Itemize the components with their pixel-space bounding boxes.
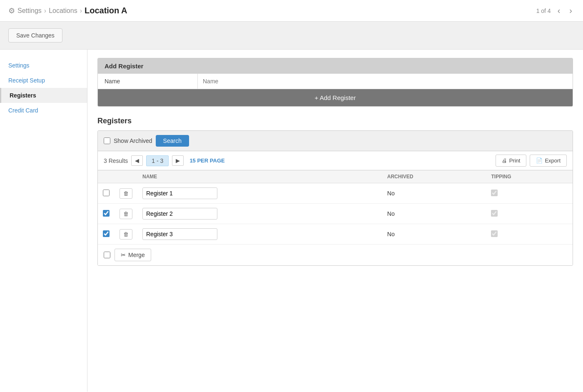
table-body: 🗑 No bbox=[98, 183, 573, 245]
row2-tipping-checkbox[interactable] bbox=[491, 210, 498, 217]
name-form-row: Name bbox=[98, 74, 573, 89]
next-page-button[interactable]: ▶ bbox=[172, 155, 184, 166]
row2-tipping-cell bbox=[486, 204, 573, 224]
per-page-link[interactable]: 15 PER PAGE bbox=[189, 157, 224, 164]
row1-tipping-checkbox[interactable] bbox=[491, 190, 498, 196]
toolbar: Save Changes bbox=[0, 22, 583, 50]
registers-table: NAME ARCHIVED TIPPING 🗑 bbox=[98, 170, 573, 244]
export-button[interactable]: 📄 Export bbox=[530, 155, 567, 167]
row2-select-cell bbox=[98, 204, 115, 224]
sidebar-item-credit-card[interactable]: Credit Card bbox=[0, 103, 87, 118]
row1-archived-cell: No bbox=[382, 183, 486, 204]
row2-delete-cell: 🗑 bbox=[115, 204, 137, 224]
add-register-panel-body: Name + Add Register bbox=[98, 74, 573, 106]
filter-bar: Show Archived Search bbox=[98, 131, 573, 151]
sidebar-item-settings[interactable]: Settings bbox=[0, 58, 87, 73]
page-current: 1 - 3 bbox=[146, 155, 169, 166]
row2-delete-button[interactable]: 🗑 bbox=[120, 209, 132, 219]
col-archived: ARCHIVED bbox=[382, 170, 486, 183]
sidebar-item-registers[interactable]: Registers bbox=[0, 88, 87, 103]
col-delete bbox=[115, 170, 137, 183]
row2-name-cell bbox=[137, 204, 382, 224]
sidebar: Settings Receipt Setup Registers Credit … bbox=[0, 50, 87, 392]
row3-select-cell bbox=[98, 224, 115, 245]
merge-button[interactable]: ✂ Merge bbox=[115, 249, 151, 261]
breadcrumb-current: Location A bbox=[85, 6, 127, 15]
export-label: Export bbox=[545, 157, 561, 164]
row3-delete-cell: 🗑 bbox=[115, 224, 137, 245]
save-changes-button[interactable]: Save Changes bbox=[8, 28, 62, 42]
next-location-button[interactable]: › bbox=[567, 5, 575, 16]
row1-delete-button[interactable]: 🗑 bbox=[120, 188, 132, 199]
name-label: Name bbox=[98, 74, 198, 89]
row1-name-cell bbox=[137, 183, 382, 204]
row3-name-input[interactable] bbox=[142, 228, 217, 240]
breadcrumb: ⚙ Settings › Locations › Location A bbox=[8, 6, 127, 15]
row3-tipping-cell bbox=[486, 224, 573, 245]
breadcrumb-settings[interactable]: Settings bbox=[17, 7, 42, 15]
row1-name-input[interactable] bbox=[142, 187, 217, 199]
show-archived-checkbox[interactable] bbox=[104, 137, 110, 144]
row1-checkbox[interactable] bbox=[103, 190, 110, 196]
breadcrumb-sep-1: › bbox=[44, 7, 46, 15]
table-header: NAME ARCHIVED TIPPING bbox=[98, 170, 573, 183]
main-content: Add Register Name + Add Register Registe… bbox=[87, 50, 583, 392]
col-select bbox=[98, 170, 115, 183]
row1-select-cell bbox=[98, 183, 115, 204]
row3-archived-cell: No bbox=[382, 224, 486, 245]
prev-location-button[interactable]: ‹ bbox=[555, 5, 563, 16]
col-name: NAME bbox=[137, 170, 382, 183]
footer-select-all-checkbox[interactable] bbox=[104, 252, 110, 258]
row1-tipping-cell bbox=[486, 183, 573, 204]
row2-archived-cell: No bbox=[382, 204, 486, 224]
add-register-button[interactable]: + Add Register bbox=[98, 89, 573, 106]
table-row: 🗑 No bbox=[98, 204, 573, 224]
table-row: 🗑 No bbox=[98, 224, 573, 245]
search-button[interactable]: Search bbox=[156, 135, 189, 147]
sidebar-item-receipt-setup[interactable]: Receipt Setup bbox=[0, 73, 87, 88]
pagination-right: 🖨 Print 📄 Export bbox=[496, 155, 567, 167]
page-header: ⚙ Settings › Locations › Location A 1 of… bbox=[0, 0, 583, 22]
header-pagination: 1 of 4 ‹ › bbox=[536, 5, 575, 16]
pagination-count: 1 of 4 bbox=[536, 7, 551, 14]
name-input[interactable] bbox=[198, 75, 573, 88]
registers-section-title: Registers bbox=[97, 117, 573, 125]
print-button[interactable]: 🖨 Print bbox=[496, 155, 527, 167]
merge-icon: ✂ bbox=[121, 252, 126, 258]
gear-icon: ⚙ bbox=[8, 6, 15, 15]
breadcrumb-sep-2: › bbox=[80, 7, 82, 15]
col-tipping: TIPPING bbox=[486, 170, 573, 183]
table-row: 🗑 No bbox=[98, 183, 573, 204]
row2-checkbox[interactable] bbox=[103, 210, 110, 217]
print-label: Print bbox=[509, 157, 521, 164]
show-archived-label: Show Archived bbox=[114, 137, 152, 144]
pagination-left: 3 Results ◀ 1 - 3 ▶ 15 PER PAGE bbox=[104, 155, 225, 166]
add-register-panel: Add Register Name + Add Register bbox=[97, 58, 573, 107]
row3-checkbox[interactable] bbox=[103, 230, 110, 237]
row1-delete-cell: 🗑 bbox=[115, 183, 137, 204]
breadcrumb-locations[interactable]: Locations bbox=[49, 7, 77, 15]
print-icon: 🖨 bbox=[502, 157, 507, 164]
results-count: 3 Results bbox=[104, 157, 128, 164]
export-icon: 📄 bbox=[536, 157, 543, 164]
row3-tipping-checkbox[interactable] bbox=[491, 230, 498, 237]
add-register-panel-title: Add Register bbox=[98, 58, 573, 74]
registers-panel: Show Archived Search 3 Results ◀ 1 - 3 ▶… bbox=[97, 130, 573, 266]
pagination-bar: 3 Results ◀ 1 - 3 ▶ 15 PER PAGE 🖨 Print … bbox=[98, 151, 573, 170]
row3-delete-button[interactable]: 🗑 bbox=[120, 229, 132, 240]
row2-name-input[interactable] bbox=[142, 208, 217, 220]
layout: Settings Receipt Setup Registers Credit … bbox=[0, 50, 583, 392]
prev-page-button[interactable]: ◀ bbox=[131, 155, 143, 166]
merge-label: Merge bbox=[128, 252, 145, 258]
row3-name-cell bbox=[137, 224, 382, 245]
table-footer-row: ✂ Merge bbox=[98, 244, 573, 265]
